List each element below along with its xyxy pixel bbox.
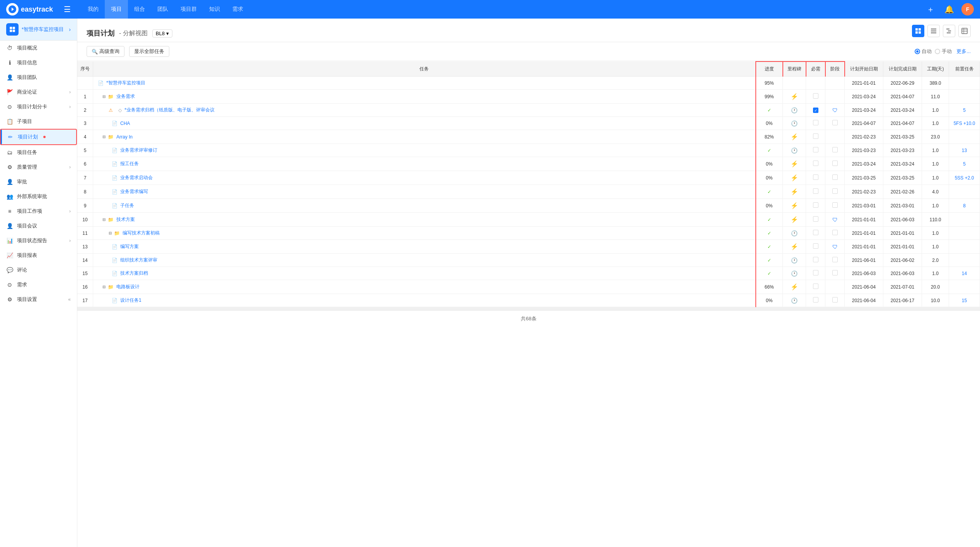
- checkbox-unchecked[interactable]: [813, 147, 818, 152]
- list-view-button[interactable]: [927, 25, 940, 37]
- sidebar-item-info[interactable]: ℹ 项目信息: [0, 55, 77, 70]
- checkbox-unchecked[interactable]: [813, 297, 818, 303]
- task-name-link[interactable]: *智慧停车监控项目: [106, 80, 145, 86]
- sidebar-project[interactable]: *智慧停车监控项目 ›: [0, 19, 77, 41]
- predecessor-link[interactable]: 8: [963, 203, 966, 209]
- checkbox-unchecked[interactable]: [813, 161, 818, 166]
- phase-checkbox[interactable]: [832, 161, 838, 166]
- nav-item-project[interactable]: 项目: [105, 0, 128, 19]
- sidebar-item-approval[interactable]: 👤 审批: [0, 174, 77, 189]
- user-avatar[interactable]: F: [961, 3, 974, 15]
- task-name-link[interactable]: 组织技术方案评审: [120, 257, 157, 263]
- expand-icon[interactable]: ⊟: [102, 285, 106, 289]
- predecessor-link[interactable]: 5: [963, 108, 966, 113]
- table-view-button[interactable]: [958, 25, 971, 37]
- phase-checkbox[interactable]: [832, 257, 838, 262]
- predecessor-link[interactable]: 13: [962, 148, 967, 153]
- expand-icon[interactable]: ⊟: [109, 231, 112, 235]
- predecessor-link[interactable]: 15: [962, 298, 967, 303]
- checkbox-unchecked[interactable]: [813, 120, 818, 125]
- phase-checkbox[interactable]: [832, 188, 838, 194]
- advanced-search-button[interactable]: 🔍 高级查询: [87, 46, 124, 57]
- nav-item-program[interactable]: 项目群: [174, 0, 203, 19]
- sidebar-item-team[interactable]: 👤 项目团队: [0, 70, 77, 85]
- nav-item-team[interactable]: 团队: [151, 0, 174, 19]
- checkbox-unchecked[interactable]: [813, 93, 818, 99]
- cell-progress: ✓: [756, 213, 783, 227]
- sidebar-item-comment[interactable]: 💬 评论: [0, 263, 77, 277]
- phase-checkbox[interactable]: [832, 270, 838, 275]
- phase-checkbox[interactable]: [832, 120, 838, 125]
- task-name-link[interactable]: 业务需求评审修订: [120, 147, 157, 154]
- task-name-link[interactable]: 电路板设计: [116, 284, 140, 290]
- sidebar-item-business[interactable]: 🚩 商业论证 ›: [0, 85, 77, 99]
- nav-item-demand[interactable]: 需求: [226, 0, 249, 19]
- sidebar-item-task[interactable]: 🗂 项目任务: [0, 145, 77, 160]
- checkbox-unchecked[interactable]: [813, 230, 818, 235]
- task-name-link[interactable]: 业务需求编写: [120, 188, 148, 195]
- checkbox-unchecked[interactable]: [813, 243, 818, 249]
- task-name-link[interactable]: Array In: [116, 134, 133, 140]
- task-name-link[interactable]: 业务需求启动会: [120, 174, 153, 181]
- task-name-link[interactable]: 编写方案: [120, 243, 139, 250]
- horizontal-scrollbar[interactable]: [77, 307, 980, 310]
- sidebar-item-quality[interactable]: ⚙ 质量管理 ›: [0, 160, 77, 174]
- task-name-link[interactable]: 报工任务: [120, 161, 139, 167]
- expand-icon[interactable]: ⊟: [102, 217, 106, 222]
- checkbox-unchecked[interactable]: [813, 284, 818, 289]
- sidebar-item-overview[interactable]: ⏱ 项目概况: [0, 41, 77, 55]
- task-name-link[interactable]: 编写技术方案初稿: [123, 230, 160, 236]
- phase-checkbox[interactable]: [832, 147, 838, 152]
- phase-checkbox[interactable]: [832, 174, 838, 180]
- task-name-link[interactable]: 技术方案归档: [120, 270, 148, 277]
- sidebar-item-report[interactable]: 📈 项目报表: [0, 248, 77, 263]
- sidebar-item-subtask[interactable]: 📋 子项目: [0, 114, 77, 129]
- nav-item-knowledge[interactable]: 知识: [203, 0, 226, 19]
- phase-checkbox[interactable]: [832, 230, 838, 235]
- task-name-link[interactable]: 业务需求: [116, 93, 135, 100]
- checkbox-unchecked[interactable]: [813, 216, 818, 222]
- predecessor-link[interactable]: 5SS +2.0: [955, 175, 974, 181]
- hamburger-menu[interactable]: ☰: [61, 3, 74, 15]
- expand-icon[interactable]: ⊟: [102, 94, 106, 99]
- checkbox-unchecked[interactable]: [813, 174, 818, 180]
- predecessor-link[interactable]: 14: [962, 271, 967, 276]
- sidebar-item-scorecard[interactable]: ⊙ 项目计划分卡 ›: [0, 99, 77, 114]
- task-name-link[interactable]: *业务需求归档（纸质版、电子版、评审会议: [124, 107, 215, 113]
- sidebar-item-meeting[interactable]: 👤 项目会议: [0, 219, 77, 233]
- task-name-link[interactable]: 技术方案: [116, 216, 135, 223]
- phase-checkbox[interactable]: [832, 202, 838, 208]
- sidebar-item-settings[interactable]: ⚙ 项目设置 «: [0, 292, 77, 307]
- collapse-icon[interactable]: «: [68, 297, 71, 302]
- sidebar-item-external[interactable]: 👥 外部系统审批: [0, 189, 77, 204]
- checkbox-unchecked[interactable]: [813, 188, 818, 194]
- phase-checkbox[interactable]: [832, 297, 838, 303]
- radio-auto[interactable]: 自动: [915, 48, 932, 55]
- checkbox-unchecked[interactable]: [813, 270, 818, 275]
- more-button[interactable]: 更多...: [956, 48, 971, 55]
- task-name-link[interactable]: 设计任务1: [120, 297, 141, 304]
- sidebar-item-plan[interactable]: ✏ 项目计划: [0, 129, 77, 145]
- notification-icon[interactable]: 🔔: [943, 3, 955, 15]
- checkbox-unchecked[interactable]: [813, 257, 818, 262]
- expand-icon[interactable]: ⊟: [102, 135, 106, 139]
- predecessor-link[interactable]: 5FS +10.0: [954, 121, 975, 126]
- radio-manual[interactable]: 手动: [935, 48, 952, 55]
- add-button[interactable]: ＋: [924, 3, 937, 15]
- version-select[interactable]: BL8 ▾: [152, 29, 172, 38]
- task-name-link[interactable]: 子任务: [120, 202, 134, 209]
- sidebar-item-status-report[interactable]: 📊 项目状态报告 ›: [0, 233, 77, 248]
- app-logo[interactable]: easytrack: [6, 3, 53, 15]
- checkbox-unchecked[interactable]: [813, 202, 818, 208]
- gantt-view-button[interactable]: [943, 25, 955, 37]
- nav-item-mine[interactable]: 我的: [82, 0, 105, 19]
- predecessor-link[interactable]: 5: [963, 161, 966, 167]
- checkbox-checked[interactable]: ✓: [813, 108, 818, 113]
- sidebar-item-demand[interactable]: ⊙ 需求: [0, 277, 77, 292]
- sidebar-item-workitem[interactable]: ≡ 项目工作项 ›: [0, 204, 77, 219]
- grid-view-button[interactable]: [912, 25, 924, 37]
- show-all-button[interactable]: 显示全部任务: [129, 46, 169, 57]
- task-name-link[interactable]: CHA: [120, 121, 130, 126]
- nav-item-portfolio[interactable]: 组合: [128, 0, 151, 19]
- checkbox-unchecked[interactable]: [813, 133, 818, 139]
